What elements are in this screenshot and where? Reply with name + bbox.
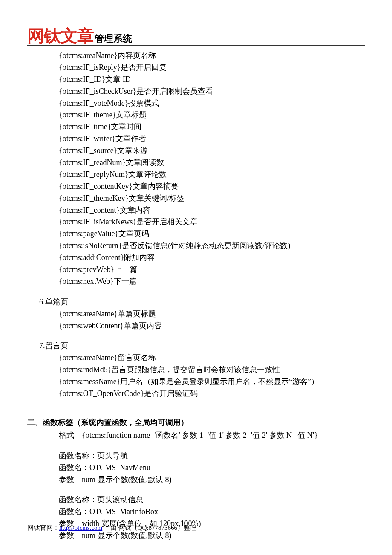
tag-line: {otcms:IF_readNum}文章阅读数 — [59, 157, 365, 169]
func-line: 函数名称：页头滚动信息 — [59, 494, 365, 506]
tag-line: {otcms:nextWeb}下一篇 — [59, 276, 365, 288]
logo-sub-text: 管理系统 — [95, 34, 132, 44]
tag-line: {otcms:areaName}内容页名称 — [59, 50, 365, 62]
format-line: 格式：{otcms:function name='函数名' 参数 1='值 1'… — [59, 430, 365, 442]
section6-body: {otcms:areaName}单篇页标题 {otcms:webContent}… — [59, 308, 365, 332]
tag-line: {otcms:IF_time}文章时间 — [59, 121, 365, 133]
logo-main-text: 网钛文章 — [27, 27, 94, 44]
tag-line: {otcms:OT_OpenVerCode}是否开启验证码 — [59, 388, 365, 400]
tag-line: {otcms:areaName}留言页名称 — [59, 352, 365, 364]
func-line: 函数名：OTCMS_NavMenu — [59, 462, 365, 474]
func-line: 函数名：OTCMS_MarInfoBox — [59, 506, 365, 518]
footer-prefix: 网钛官网： — [27, 524, 59, 531]
section6-title: 6.单篇页 — [39, 296, 365, 308]
tag-line: {otcms:IF_themeKey}文章关键词/标签 — [59, 193, 365, 205]
tag-line: {otcms:webContent}单篇页内容 — [59, 320, 365, 332]
section7-title: 7.留言页 — [39, 340, 365, 352]
tag-line: {otcms:isNoReturn}是否反馈信息(针对纯静态动态更新阅读数/评论… — [59, 240, 365, 252]
footer-suffix: 由 网钛（QQ:877873666）整理 — [110, 524, 196, 531]
tag-line: {otcms:addiContent}附加内容 — [59, 252, 365, 264]
tag-line: {otcms:IF_content}文章内容 — [59, 205, 365, 217]
logo: 网钛文章 管理系统 — [27, 27, 365, 44]
footer: 网钛官网：http://otcms.com 由 网钛（QQ:877873666）… — [27, 523, 365, 533]
footer-link[interactable]: http://otcms.com — [59, 524, 102, 531]
tag-line: {otcms:IF_isCheckUser}是否开启限制会员查看 — [59, 86, 365, 98]
func-line: 参数：num 显示个数(数值,默认 8) — [59, 474, 365, 486]
section7-body: {otcms:areaName}留言页名称 {otcms:rndMd5}留言页跟… — [59, 352, 365, 400]
tag-line: {otcms:IF_source}文章来源 — [59, 145, 365, 157]
tag-line: {otcms:pageValue}文章页码 — [59, 228, 365, 240]
func1-block: 函数名称：页头导航 函数名：OTCMS_NavMenu 参数：num 显示个数(… — [59, 450, 365, 486]
tag-line: {otcms:IF_writer}文章作者 — [59, 133, 365, 145]
tag-line: {otcms:IF_replyNum}文章评论数 — [59, 169, 365, 181]
tag-line: {otcms:IF_isMarkNews}是否开启相关文章 — [59, 216, 365, 228]
tag-line: {otcms:prevWeb}上一篇 — [59, 264, 365, 276]
tag-line: {otcms:rndMd5}留言页跟随信息，提交留言时会核对该信息一致性 — [59, 364, 365, 376]
tag-line: {otcms:IF_theme}文章标题 — [59, 109, 365, 121]
tag-line: {otcms:IF_ID}文章 ID — [59, 74, 365, 86]
func-line: 函数名称：页头导航 — [59, 450, 365, 462]
tag-line: {otcms:IF_contentKey}文章内容摘要 — [59, 181, 365, 193]
tag-line: {otcms:IF_voteMode}投票模式 — [59, 98, 365, 110]
tag-line: {otcms:areaName}单篇页标题 — [59, 308, 365, 320]
heading-function-tags: 二、函数标签（系统内置函数，全局均可调用） — [27, 417, 365, 429]
tag-line: {otcms:IF_isReply}是否开启回复 — [59, 62, 365, 74]
section5-body: {otcms:areaName}内容页名称 {otcms:IF_isReply}… — [59, 50, 365, 288]
header-divider — [27, 45, 365, 47]
func2-block: 函数名称：页头滚动信息 函数名：OTCMS_MarInfoBox 参数：widt… — [59, 494, 365, 542]
tag-line: {otcms:messName}用户名（如果是会员登录则显示用户名，不然显示“游… — [59, 376, 365, 388]
